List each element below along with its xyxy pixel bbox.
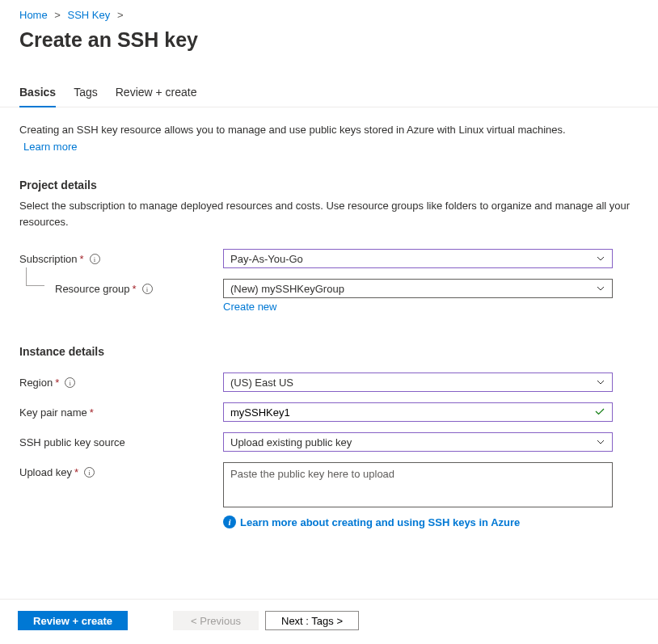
info-icon[interactable]: i: [142, 284, 153, 294]
info-icon[interactable]: i: [84, 467, 95, 478]
resource-group-value: (New) mySSHKeyGroup: [230, 283, 344, 295]
required-icon: *: [74, 466, 78, 478]
subscription-value: Pay-As-You-Go: [230, 253, 303, 265]
learn-ssh-link[interactable]: Learn more about creating and using SSH …: [240, 516, 520, 528]
source-select[interactable]: Upload existing public key: [223, 432, 613, 452]
subscription-label: Subscription: [19, 253, 78, 265]
resource-group-select[interactable]: (New) mySSHKeyGroup: [223, 279, 613, 298]
region-label: Region: [19, 377, 53, 389]
keypair-input[interactable]: [230, 406, 594, 419]
chevron-down-icon: [596, 284, 605, 293]
project-details-desc: Select the subscription to manage deploy…: [19, 198, 639, 229]
breadcrumb-home[interactable]: Home: [19, 9, 48, 21]
intro-text: Creating an SSH key resource allows you …: [19, 122, 639, 154]
breadcrumb: Home > SSH Key >: [0, 0, 658, 23]
upload-label: Upload key: [19, 466, 72, 478]
required-icon: *: [80, 253, 84, 265]
required-icon: *: [133, 283, 137, 295]
intro-body: Creating an SSH key resource allows you …: [19, 124, 566, 136]
info-icon[interactable]: i: [65, 377, 75, 388]
tab-tags[interactable]: Tags: [74, 86, 98, 107]
learn-more-link[interactable]: Learn more: [23, 139, 639, 155]
check-icon: [594, 406, 605, 419]
footer: Review + create < Previous Next : Tags >: [0, 599, 658, 644]
region-value: (US) East US: [230, 377, 293, 389]
upload-textarea-wrap: [223, 462, 613, 507]
instance-details-heading: Instance details: [19, 345, 639, 358]
keypair-input-wrap: [223, 402, 613, 422]
page-title: Create an SSH key: [0, 23, 658, 52]
chevron-down-icon: [596, 377, 605, 387]
project-details-heading: Project details: [19, 179, 639, 192]
source-label: SSH public key source: [19, 436, 125, 448]
chevron-down-icon: [596, 437, 605, 447]
breadcrumb-sshkey[interactable]: SSH Key: [68, 9, 111, 21]
tab-review[interactable]: Review + create: [116, 86, 197, 107]
source-value: Upload existing public key: [230, 436, 352, 448]
next-button[interactable]: Next : Tags >: [265, 611, 359, 630]
previous-button: < Previous: [173, 611, 259, 630]
info-icon: i: [223, 516, 236, 528]
subscription-select[interactable]: Pay-As-You-Go: [223, 249, 613, 268]
resource-group-label: Resource group: [55, 283, 130, 295]
tab-basics[interactable]: Basics: [19, 86, 56, 107]
review-create-button[interactable]: Review + create: [18, 611, 128, 630]
required-icon: *: [90, 406, 94, 419]
required-icon: *: [55, 377, 59, 389]
info-icon[interactable]: i: [90, 254, 100, 264]
chevron-right-icon: >: [117, 9, 124, 21]
chevron-right-icon: >: [54, 9, 61, 21]
content: Creating an SSH key resource allows you …: [0, 107, 658, 528]
keypair-label: Key pair name: [19, 406, 87, 419]
tabs: Basics Tags Review + create: [0, 52, 658, 107]
create-new-link[interactable]: Create new: [223, 301, 276, 313]
chevron-down-icon: [596, 254, 605, 263]
upload-textarea[interactable]: [230, 468, 605, 502]
region-select[interactable]: (US) East US: [223, 373, 613, 392]
